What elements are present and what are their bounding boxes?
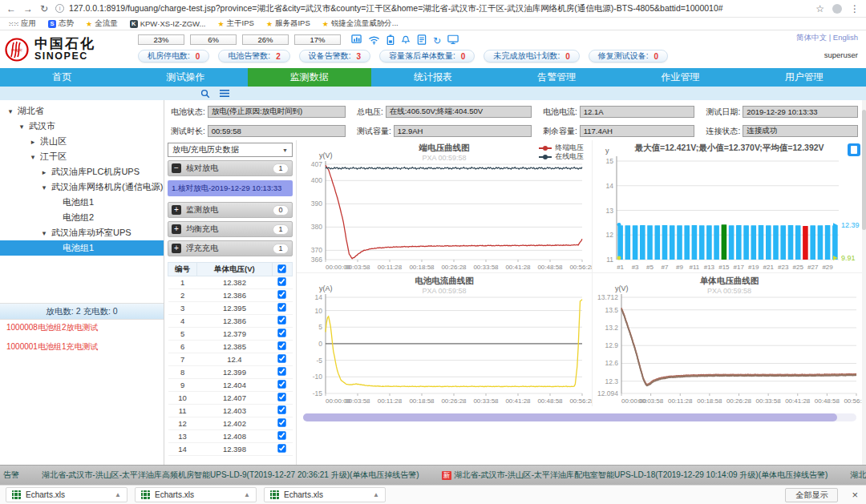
accordion-浮充充电[interactable]: +浮充充电1 xyxy=(168,240,293,256)
svg-text:13.5: 13.5 xyxy=(605,306,619,314)
alarm-text: 湖北省-武汉市-洪山区-太平洋油库配电室智能UPS-LD-18(T2019-12… xyxy=(454,470,828,481)
bookmark-item[interactable]: ★主干IPS xyxy=(217,18,253,29)
tree-node[interactable]: ▸洪山区 xyxy=(0,134,164,149)
tab-作业管理[interactable]: 作业管理 xyxy=(618,68,742,87)
app: { "browser": { "url": "127.0.0.1:8919/fu… xyxy=(0,0,866,504)
row-checkbox[interactable] xyxy=(278,277,286,285)
task-link[interactable]: 1000008电池组2放电测试 xyxy=(6,322,99,333)
cell-voltage: 12.398 xyxy=(197,443,272,456)
profile-avatar[interactable] xyxy=(832,4,842,14)
tab-告警管理[interactable]: 告警管理 xyxy=(495,68,618,87)
download-item[interactable]: Echarts.xls▲ xyxy=(264,487,386,502)
tab-统计报表[interactable]: 统计报表 xyxy=(371,68,495,87)
svg-text:400: 400 xyxy=(311,176,322,184)
percent-row: 23%6%26%17%↻ xyxy=(138,33,763,46)
export-excel-button[interactable] xyxy=(848,143,860,156)
stat-label: 机房停电数: xyxy=(148,50,190,62)
table-header: 单体电压(V) xyxy=(197,263,272,276)
svg-text:00:33:58: 00:33:58 xyxy=(473,264,499,271)
browser-toolbar: ← → ↻ i 127.0.0.1:8919/fuguang/charge-te… xyxy=(0,0,866,18)
row-checkbox[interactable] xyxy=(278,393,286,401)
language-switch[interactable]: 简体中文 | English xyxy=(763,33,858,43)
svg-text:#5: #5 xyxy=(646,264,654,271)
tab-监测数据[interactable]: 监测数据 xyxy=(248,68,371,87)
tab-用户管理[interactable]: 用户管理 xyxy=(743,68,866,87)
tree-node[interactable]: 电池组1 xyxy=(0,195,164,210)
stat-value: 3 xyxy=(356,52,361,61)
row-checkbox[interactable] xyxy=(278,341,286,349)
downloads-bar: Echarts.xls▲Echarts.xls▲Echarts.xls▲ 全部显… xyxy=(0,485,866,504)
accordion-label: 均衡充电 xyxy=(186,224,218,235)
reload-icon[interactable]: ↻ xyxy=(40,3,48,14)
bookmark-item[interactable]: ⁙⁙应用 xyxy=(8,18,36,29)
accordion-监测放电[interactable]: +监测放电0 xyxy=(168,202,293,218)
tree-node[interactable]: 电池组2 xyxy=(0,210,164,225)
tree-node[interactable]: ▾湖北省 xyxy=(0,103,164,119)
legend-在线电压[interactable]: 在线电压 xyxy=(539,152,584,161)
row-checkbox[interactable] xyxy=(278,303,286,311)
table-row: 1112.403 xyxy=(168,405,293,417)
row-checkbox[interactable] xyxy=(278,367,286,375)
bookmark-item[interactable]: S态势 xyxy=(48,18,74,29)
bookmark-item[interactable]: ★服务器IPS xyxy=(266,18,310,29)
tree-node[interactable]: ▾武汉油库动环室UPS xyxy=(0,225,164,240)
task-link[interactable]: 1000001电池组1充电测试 xyxy=(6,341,99,353)
bookmark-item[interactable]: ★全流量 xyxy=(86,18,118,29)
back-icon[interactable]: ← xyxy=(6,3,16,14)
download-item[interactable]: Echarts.xls▲ xyxy=(135,487,257,502)
row-checkbox[interactable] xyxy=(278,290,286,298)
svg-text:00:18:58: 00:18:58 xyxy=(409,264,435,271)
tree-node[interactable]: 电池组1 xyxy=(0,240,164,256)
row-checkbox[interactable] xyxy=(278,329,286,337)
stat-value: 2 xyxy=(276,52,281,61)
tree-node[interactable]: ▸武汉油库PLC机房UPS xyxy=(0,164,164,179)
forward-icon[interactable]: → xyxy=(23,3,33,14)
cell-number: 2 xyxy=(168,289,197,302)
bookmark-star-icon: ★ xyxy=(217,20,224,28)
tree-node[interactable]: ▾武汉市 xyxy=(0,119,164,134)
svg-text:10: 10 xyxy=(315,307,323,315)
row-checkbox[interactable] xyxy=(278,431,286,439)
accordion-均衡充电[interactable]: +均衡充电1 xyxy=(168,221,293,237)
table-row: 512.379 xyxy=(168,328,293,341)
bookmark-item[interactable]: ★锐捷全流量威胁分... xyxy=(322,18,399,29)
chevron-up-icon[interactable]: ▲ xyxy=(373,491,379,498)
chrome-menu-icon[interactable]: ⋮ xyxy=(850,3,860,14)
cell-voltage: 12.402 xyxy=(197,417,272,430)
cell-voltage: 12.403 xyxy=(197,405,272,417)
svg-text:00:41:28: 00:41:28 xyxy=(785,397,811,405)
tab-测试操作[interactable]: 测试操作 xyxy=(123,68,247,87)
close-downloads-icon[interactable]: × xyxy=(852,489,858,501)
cell-number: 5 xyxy=(168,328,197,341)
row-checkbox[interactable] xyxy=(278,316,286,324)
bookmark-item[interactable]: KKPW·XS-IZ-ZGW... xyxy=(130,19,206,28)
svg-text:-15: -15 xyxy=(313,389,323,397)
chart-legend[interactable]: 终端电压在线电压 xyxy=(539,143,584,161)
row-checkbox[interactable] xyxy=(278,354,286,362)
history-record-item[interactable]: 1.核对放电-2019-12-29 10:13:33 xyxy=(168,180,293,196)
select-all-checkbox[interactable] xyxy=(278,264,286,272)
tab-首页[interactable]: 首页 xyxy=(0,68,123,87)
accordion-核对放电[interactable]: −核对放电1 xyxy=(168,160,293,176)
tree-node[interactable]: ▾江干区 xyxy=(0,149,164,164)
charts-horizontal-scrollbar[interactable] xyxy=(303,413,856,421)
site-info-icon[interactable]: i xyxy=(55,4,64,13)
table-row: 712.4 xyxy=(168,353,293,366)
download-item[interactable]: Echarts.xls▲ xyxy=(6,487,127,502)
row-checkbox[interactable] xyxy=(278,405,286,413)
row-checkbox[interactable] xyxy=(278,380,286,388)
row-checkbox[interactable] xyxy=(278,418,286,426)
search-icon[interactable] xyxy=(200,89,210,99)
show-all-downloads-button[interactable]: 全部显示 xyxy=(785,488,838,502)
row-checkbox[interactable] xyxy=(278,444,286,452)
chevron-up-icon[interactable]: ▲ xyxy=(244,491,250,498)
bookmark-star-icon[interactable]: ☆ xyxy=(815,3,824,14)
url-bar[interactable]: i 127.0.0.1:8919/fuguang/charge-test.jsp… xyxy=(55,2,808,15)
tree-node[interactable]: ▾武汉油库网络机房(通信电源) xyxy=(0,179,164,195)
chevron-up-icon[interactable]: ▲ xyxy=(115,491,121,498)
list-icon[interactable] xyxy=(220,89,229,98)
history-type-dropdown[interactable]: 放电/充电历史数据 ▼ xyxy=(168,143,293,157)
svg-text:#9: #9 xyxy=(676,264,683,271)
table-row: 1012.407 xyxy=(168,392,293,405)
percent-box: 26% xyxy=(242,34,289,45)
